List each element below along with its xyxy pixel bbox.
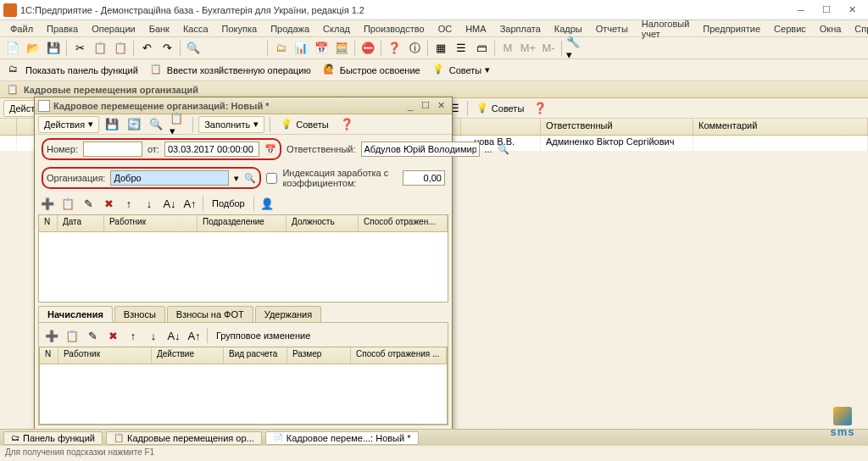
row-down-icon[interactable]: ↓ <box>144 326 163 345</box>
row-delete-icon[interactable]: ✖ <box>99 194 118 213</box>
menu-purchase[interactable]: Покупка <box>217 24 263 34</box>
tab-fot[interactable]: Взносы на ФОТ <box>167 306 253 322</box>
row-copy-icon[interactable]: 📋 <box>63 326 81 345</box>
row-down-icon[interactable]: ↓ <box>140 194 159 213</box>
menu-nma[interactable]: НМА <box>460 24 491 34</box>
undo-icon[interactable]: ↶ <box>137 39 156 58</box>
menu-sale[interactable]: Продажа <box>265 24 314 34</box>
group-change-button[interactable]: Групповое изменение <box>211 326 315 345</box>
advice-button[interactable]: 💡Советы▾ <box>427 61 495 80</box>
calc-icon[interactable]: 🗂 <box>271 39 290 58</box>
help-icon[interactable]: ❓ <box>385 39 403 58</box>
menu-warehouse[interactable]: Склад <box>318 24 355 34</box>
new-icon[interactable]: 📄 <box>3 39 22 58</box>
stop-icon[interactable]: ⛔ <box>359 39 377 58</box>
org-input[interactable] <box>110 170 229 186</box>
menu-windows[interactable]: Окна <box>815 24 847 34</box>
modal-tab[interactable]: 📄 Кадровое переме...: Новый * <box>265 431 419 445</box>
show-panel-button[interactable]: 🗂Показать панель функций <box>3 61 143 80</box>
row-edit-icon[interactable]: ✎ <box>83 326 102 345</box>
list-tab[interactable]: 📋 Кадровые перемещения ор... <box>106 431 262 445</box>
calendar-icon[interactable]: 📅 <box>312 39 331 58</box>
m-icon[interactable]: M <box>498 39 517 58</box>
search-icon[interactable]: 🔍 <box>184 39 203 58</box>
open-icon[interactable]: 📂 <box>24 39 42 58</box>
tools-icon[interactable]: 🔧▾ <box>565 39 584 58</box>
index-input[interactable] <box>403 170 445 186</box>
date-input[interactable] <box>164 142 259 157</box>
search-button[interactable]: 🔍 <box>498 144 509 155</box>
report-icon[interactable]: 📊 <box>292 39 310 58</box>
row-add-icon[interactable]: ➕ <box>42 326 61 345</box>
menu-file[interactable]: Файл <box>5 24 38 34</box>
menu-tax[interactable]: Налоговый учет <box>637 19 695 39</box>
number-input[interactable] <box>83 142 142 157</box>
menu-service[interactable]: Сервис <box>769 24 811 34</box>
tree-icon[interactable]: 🗃 <box>472 39 491 58</box>
m-plus-icon[interactable]: M+ <box>519 39 537 58</box>
resp-input[interactable] <box>361 142 480 157</box>
modal-close-button[interactable]: ✕ <box>433 99 448 113</box>
menu-reports[interactable]: Отчеты <box>591 24 633 34</box>
save-icon[interactable]: 💾 <box>44 39 63 58</box>
row-copy-icon[interactable]: 📋 <box>58 194 77 213</box>
menu-operations[interactable]: Операции <box>86 24 140 34</box>
dropdown-icon[interactable]: ▾ <box>234 173 239 184</box>
employees-grid[interactable]: N Дата Работник Подразделение Должность … <box>38 214 448 303</box>
menu-salary[interactable]: Зарплата <box>495 24 546 34</box>
podbor-button[interactable]: Подбор <box>207 194 250 213</box>
calendar-button[interactable]: 📅 <box>264 144 276 155</box>
search-icon[interactable]: 🔍 <box>244 173 256 184</box>
grid-icon[interactable]: ▦ <box>431 39 450 58</box>
menu-help[interactable]: Справка <box>849 24 868 34</box>
close-button[interactable]: ✕ <box>839 2 865 19</box>
quick-learn-button[interactable]: 🙋Быстрое освоение <box>318 61 426 80</box>
minimize-button[interactable]: ─ <box>788 2 814 19</box>
menu-os[interactable]: ОС <box>433 24 458 34</box>
menu-cash[interactable]: Касса <box>178 24 214 34</box>
help-icon[interactable]: ❓ <box>531 99 549 118</box>
modal-min-button[interactable]: _ <box>403 99 418 113</box>
calculator-icon[interactable]: 🧮 <box>332 39 351 58</box>
panel-tab[interactable]: 🗂 Панель функций <box>3 431 103 445</box>
sort-asc-icon[interactable]: A↓ <box>160 194 179 213</box>
paste-icon[interactable]: 📋 <box>111 39 130 58</box>
menu-edit[interactable]: Правка <box>42 24 83 34</box>
select-button[interactable]: ... <box>485 144 492 154</box>
save-icon[interactable]: 💾 <box>103 115 121 134</box>
sort-desc-icon[interactable]: A↑ <box>181 194 199 213</box>
row-up-icon[interactable]: ↑ <box>120 194 138 213</box>
tab-accruals[interactable]: Начисления <box>38 306 113 322</box>
modal-actions-dropdown[interactable]: Действия ▾ <box>38 116 99 133</box>
copy-icon[interactable]: 📋 <box>91 39 109 58</box>
modal-max-button[interactable]: ☐ <box>418 99 433 113</box>
sort-desc-icon[interactable]: A↑ <box>185 326 203 345</box>
view-icon[interactable]: 🔍 <box>147 115 165 134</box>
m-minus-icon[interactable]: M- <box>539 39 558 58</box>
enter-operation-button[interactable]: 📋Ввести хозяйственную операцию <box>145 61 316 80</box>
user-icon[interactable]: 👤 <box>258 194 276 213</box>
info-icon[interactable]: ⓘ <box>405 39 424 58</box>
menu-bank[interactable]: Банк <box>144 24 175 34</box>
tab-deduct[interactable]: Удержания <box>255 306 321 322</box>
refresh-icon[interactable]: 🔄 <box>125 115 143 134</box>
sort-asc-icon[interactable]: A↓ <box>164 326 183 345</box>
row-edit-icon[interactable]: ✎ <box>79 194 97 213</box>
advice-link[interactable]: 💡Советы <box>471 99 529 118</box>
fill-dropdown[interactable]: Заполнить ▾ <box>198 116 264 133</box>
tab-contrib[interactable]: Взносы <box>114 306 165 322</box>
menu-enterprise[interactable]: Предприятие <box>698 24 765 34</box>
row-add-icon[interactable]: ➕ <box>38 194 57 213</box>
menu-production[interactable]: Производство <box>359 24 430 34</box>
menu-hr[interactable]: Кадры <box>549 24 587 34</box>
help-icon[interactable]: ❓ <box>337 115 356 134</box>
row-up-icon[interactable]: ↑ <box>124 326 142 345</box>
list-icon[interactable]: ☰ <box>452 39 470 58</box>
modal-advice[interactable]: 💡Советы <box>275 115 333 134</box>
redo-icon[interactable]: ↷ <box>158 39 176 58</box>
post-icon[interactable]: 📋▾ <box>169 115 187 134</box>
row-delete-icon[interactable]: ✖ <box>103 326 122 345</box>
index-checkbox[interactable] <box>266 173 277 184</box>
maximize-button[interactable]: ☐ <box>814 2 839 19</box>
cut-icon[interactable]: ✂ <box>70 39 89 58</box>
